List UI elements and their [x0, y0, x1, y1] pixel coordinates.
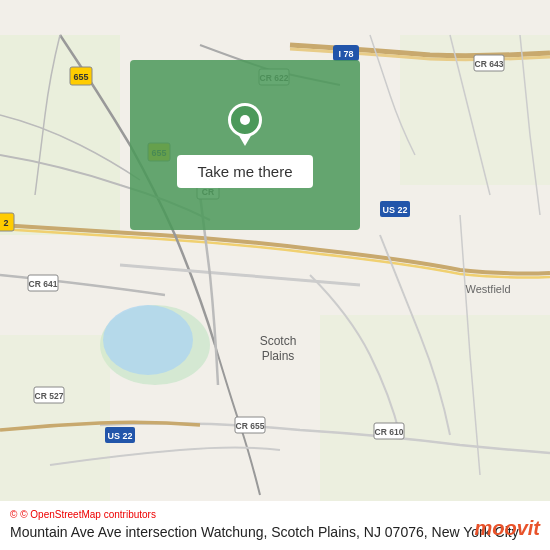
svg-text:CR 610: CR 610 — [375, 427, 404, 437]
svg-text:US 22: US 22 — [107, 431, 132, 441]
location-pin — [227, 103, 263, 147]
svg-text:Westfield: Westfield — [465, 283, 510, 295]
bottom-bar: © © OpenStreetMap contributors Mountain … — [0, 501, 550, 550]
svg-point-6 — [103, 305, 193, 375]
svg-text:Scotch: Scotch — [260, 334, 297, 348]
svg-text:I 78: I 78 — [338, 49, 353, 59]
copyright-symbol: © — [10, 509, 17, 520]
svg-text:Plains: Plains — [262, 349, 295, 363]
svg-text:655: 655 — [73, 72, 88, 82]
svg-text:CR 527: CR 527 — [35, 391, 64, 401]
svg-text:2: 2 — [3, 218, 8, 228]
svg-text:CR 643: CR 643 — [475, 59, 504, 69]
location-name: Mountain Ave Ave intersection Watchung, … — [10, 524, 519, 540]
pin-tail — [238, 134, 252, 146]
svg-text:CR 655: CR 655 — [236, 421, 265, 431]
osm-text: © OpenStreetMap contributors — [20, 509, 156, 520]
osm-credit: © © OpenStreetMap contributors — [10, 509, 540, 520]
moovit-logo: moovit — [474, 517, 540, 540]
map-container: I 78 US 22 US 22 655 655 2 CR 622 CR 643… — [0, 0, 550, 550]
take-me-there-button[interactable]: Take me there — [177, 155, 312, 188]
svg-rect-4 — [320, 315, 550, 515]
svg-text:CR 641: CR 641 — [29, 279, 58, 289]
svg-text:US 22: US 22 — [382, 205, 407, 215]
map-highlight-area: Take me there — [130, 60, 360, 230]
moovit-brand-text: moovit — [474, 517, 540, 540]
pin-circle — [228, 103, 262, 137]
